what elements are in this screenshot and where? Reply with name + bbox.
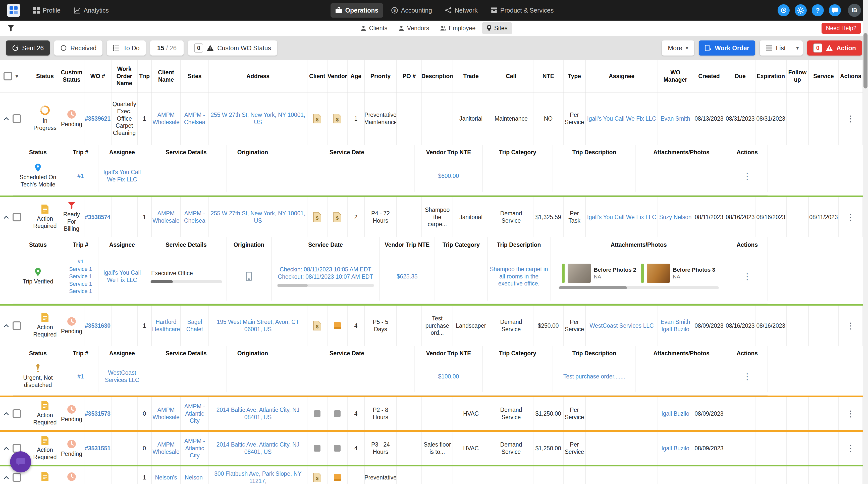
wo-number-link[interactable]: #3531551 bbox=[85, 445, 111, 452]
client-link[interactable]: AMPM Wholesale bbox=[152, 441, 179, 456]
site-link[interactable]: AMPM - Chelsea bbox=[182, 111, 208, 126]
col-wo-name[interactable]: Work Order Name bbox=[112, 60, 137, 92]
row-checkbox[interactable] bbox=[12, 213, 21, 221]
col-call[interactable]: Call bbox=[489, 60, 533, 92]
address-link[interactable]: 300 Flatbush Ave, Park Slope, NY 11217, bbox=[210, 470, 306, 484]
client-link[interactable]: Hartford Healthcare bbox=[152, 319, 180, 333]
vendor-orange-icon[interactable] bbox=[334, 474, 341, 481]
wo-manager-link[interactable]: Evan Smith bbox=[660, 115, 690, 122]
col-created[interactable]: Created bbox=[693, 60, 725, 92]
address-link[interactable]: 195 West Main Street, Avon, CT 06001, US bbox=[210, 319, 306, 333]
col-expiration[interactable]: Expiration bbox=[755, 60, 786, 92]
assignee-link[interactable]: Igall's You Call We Fix LLC bbox=[587, 214, 656, 221]
service-link[interactable]: Service 1 bbox=[69, 273, 92, 280]
client-link[interactable]: AMPM Wholesale bbox=[152, 406, 179, 421]
photo-item[interactable]: Before Photos 2NA bbox=[562, 264, 636, 283]
trip-actions-menu[interactable]: ⋮ bbox=[743, 374, 751, 379]
collapse-chevron-icon[interactable] bbox=[3, 117, 9, 120]
trip-assignee-link[interactable]: Igall's You Call We Fix LLC bbox=[99, 269, 145, 284]
client-dollar-doc-icon[interactable]: $ bbox=[313, 473, 321, 482]
horizontal-scrollbar[interactable] bbox=[277, 284, 374, 287]
work-order-button[interactable]: Work Order bbox=[699, 40, 755, 56]
site-link[interactable]: AMPM - Atlantic City bbox=[182, 437, 208, 459]
collapse-chevron-icon[interactable] bbox=[3, 412, 9, 415]
nav-network[interactable]: Network bbox=[440, 3, 483, 18]
address-link[interactable]: 255 W 27th St, New York, NY 10001, US bbox=[210, 111, 306, 126]
client-link[interactable]: AMPM Wholesale bbox=[152, 111, 179, 126]
site-link[interactable]: AMPM - Chelsea bbox=[182, 210, 208, 224]
col-due[interactable]: Due bbox=[725, 60, 755, 92]
col-assignee[interactable]: Assignee bbox=[586, 60, 658, 92]
col-po[interactable]: PO # bbox=[397, 60, 422, 92]
trip-actions-menu[interactable]: ⋮ bbox=[743, 274, 751, 279]
wo-manager-link[interactable]: Evan Smith bbox=[660, 319, 690, 326]
wo-manager-link[interactable]: Igall Buzilo bbox=[661, 326, 689, 333]
sent-filter-button[interactable]: Sent 26 bbox=[6, 40, 50, 56]
col-custom-status[interactable]: Custom Status bbox=[59, 60, 84, 92]
assignee-link[interactable]: Igall's You Call We Fix LLC bbox=[587, 115, 656, 122]
nav-analytics[interactable]: Analytics bbox=[68, 3, 114, 18]
user-avatar[interactable]: IB bbox=[848, 4, 861, 17]
site-link[interactable]: AMPM - Atlantic City bbox=[182, 403, 208, 424]
col-wo-manager[interactable]: WO Manager bbox=[658, 60, 693, 92]
trip-number-link[interactable]: #1 bbox=[78, 373, 84, 380]
address-link[interactable]: 2014 Baltic Ave, Atlantic City, NJ 08401… bbox=[210, 406, 306, 421]
site-link[interactable]: Bagel Chalet bbox=[182, 319, 208, 333]
site-link[interactable]: Nelson- bbox=[185, 474, 205, 481]
col-wo-number[interactable]: WO # bbox=[84, 60, 112, 92]
photo-thumbnail[interactable] bbox=[568, 264, 591, 283]
nav-profile[interactable]: Profile bbox=[28, 3, 66, 18]
nav-accounting[interactable]: $ Accounting bbox=[386, 3, 437, 18]
vertical-scrollbar[interactable] bbox=[863, 0, 868, 484]
trip-actions-menu[interactable]: ⋮ bbox=[743, 174, 751, 178]
row-checkbox[interactable] bbox=[12, 473, 21, 482]
wo-manager-link[interactable]: Igall Buzilo bbox=[661, 445, 689, 452]
trip-number-link[interactable]: #1 bbox=[69, 258, 92, 265]
assignee-link[interactable]: WestCoast Services LLC bbox=[589, 322, 653, 329]
client-dollar-doc-icon[interactable]: $ bbox=[313, 212, 321, 222]
col-actions[interactable]: Actions bbox=[839, 60, 863, 92]
row-actions-menu[interactable]: ⋮ bbox=[846, 116, 855, 121]
wo-number-link[interactable]: #3539621 bbox=[85, 115, 111, 122]
chat-button[interactable] bbox=[829, 4, 841, 16]
tab-sites[interactable]: Sites bbox=[482, 22, 512, 34]
todo-filter-button[interactable]: To Do bbox=[107, 40, 146, 56]
more-button[interactable]: More ▾ bbox=[662, 40, 694, 56]
horizontal-scrollbar[interactable] bbox=[559, 286, 719, 289]
client-link[interactable]: Nelson's bbox=[155, 474, 177, 481]
col-trip[interactable]: Trip bbox=[137, 60, 152, 92]
col-type[interactable]: Type bbox=[564, 60, 586, 92]
row-checkbox[interactable] bbox=[12, 114, 21, 123]
client-dollar-doc-icon[interactable]: $ bbox=[313, 321, 321, 330]
help-button[interactable]: ? bbox=[812, 4, 824, 16]
tracker-button[interactable] bbox=[778, 4, 789, 16]
col-sites[interactable]: Sites bbox=[181, 60, 209, 92]
tab-vendors[interactable]: Vendors bbox=[394, 22, 434, 34]
client-link[interactable]: AMPM Wholesale bbox=[152, 210, 179, 224]
row-actions-menu[interactable]: ⋮ bbox=[846, 215, 855, 220]
tab-employee[interactable]: Employee bbox=[436, 22, 480, 34]
col-trade[interactable]: Trade bbox=[453, 60, 489, 92]
need-help-button[interactable]: Need Help? bbox=[822, 23, 861, 34]
address-link[interactable]: 255 W 27th St, New York, NY 10001, US bbox=[210, 210, 306, 224]
action-button[interactable]: 0 Action bbox=[807, 40, 862, 56]
row-checkbox[interactable] bbox=[12, 322, 21, 330]
col-priority[interactable]: Priority bbox=[365, 60, 397, 92]
row-checkbox[interactable] bbox=[12, 410, 21, 418]
row-actions-menu[interactable]: ⋮ bbox=[846, 324, 855, 328]
collapse-chevron-icon[interactable] bbox=[3, 476, 9, 479]
row-actions-menu[interactable]: ⋮ bbox=[846, 412, 855, 416]
col-client[interactable]: Client bbox=[307, 60, 328, 92]
horizontal-scrollbar[interactable] bbox=[150, 280, 222, 283]
nav-operations[interactable]: Operations bbox=[331, 3, 383, 18]
select-all-checkbox[interactable] bbox=[3, 72, 12, 81]
collapse-chevron-icon[interactable] bbox=[3, 447, 9, 450]
received-filter-button[interactable]: Received bbox=[54, 40, 102, 56]
collapse-chevron-icon[interactable] bbox=[3, 215, 9, 219]
address-link[interactable]: 2014 Baltic Ave, Atlantic City, NJ 08401… bbox=[210, 441, 306, 456]
col-service[interactable]: Service bbox=[809, 60, 839, 92]
vendor-orange-icon[interactable] bbox=[334, 322, 341, 329]
col-address[interactable]: Address bbox=[209, 60, 307, 92]
col-follow-up[interactable]: Follow up bbox=[786, 60, 809, 92]
client-dollar-doc-icon[interactable]: $ bbox=[313, 114, 321, 123]
